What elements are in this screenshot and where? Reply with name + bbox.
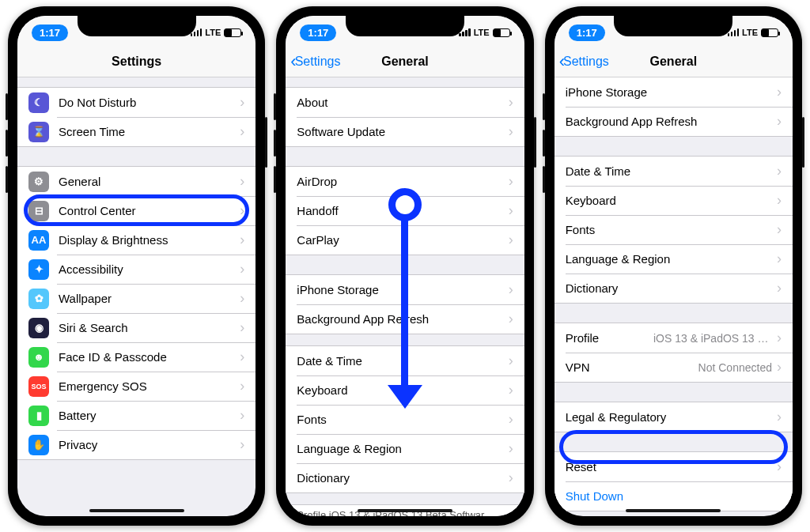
chevron-right-icon: › xyxy=(777,359,782,375)
nav-bar: ‹ Settings General xyxy=(286,46,524,77)
settings-group: ⚙General›⊟Control Center›AADisplay & Bri… xyxy=(17,166,255,460)
battery-icon xyxy=(493,28,510,37)
row-label: Date & Time xyxy=(566,164,777,178)
row-face-id-passcode[interactable]: ☻Face ID & Passcode› xyxy=(17,342,255,372)
row-label: General xyxy=(59,175,240,188)
emergency-sos-icon: SOS xyxy=(28,376,49,397)
row-battery[interactable]: ▮Battery› xyxy=(17,401,255,430)
row-label: Face ID & Passcode xyxy=(59,350,240,364)
general-list[interactable]: iPhone Storage›Background App Refresh› D… xyxy=(555,77,793,516)
row-background-app-refresh[interactable]: Background App Refresh› xyxy=(555,107,793,136)
privacy-icon: ✋ xyxy=(28,435,49,455)
row-language-region[interactable]: Language & Region› xyxy=(555,244,793,274)
row-siri-search[interactable]: ◉Siri & Search› xyxy=(17,313,255,342)
row-label: Date & Time xyxy=(297,354,508,368)
row-background-app-refresh[interactable]: Background App Refresh› xyxy=(286,304,524,334)
back-label: Settings xyxy=(295,55,341,69)
row-label: Background App Refresh xyxy=(297,312,508,326)
chevron-right-icon: › xyxy=(240,349,244,365)
row-fonts[interactable]: Fonts› xyxy=(555,215,793,244)
chevron-right-icon: › xyxy=(240,261,244,277)
home-indicator[interactable] xyxy=(89,509,184,512)
general-list[interactable]: About›Software Update› AirDrop›Handoff›C… xyxy=(286,77,524,516)
row-date-time[interactable]: Date & Time› xyxy=(555,157,793,186)
row-screen-time[interactable]: ⌛ Screen Time › xyxy=(17,117,255,146)
status-indicators: LTE xyxy=(728,28,778,37)
page-title: General xyxy=(381,55,429,69)
wallpaper-icon: ✿ xyxy=(28,289,49,309)
row-profile[interactable]: ProfileiOS 13 & iPadOS 13 Beta Softwar..… xyxy=(555,323,793,353)
chevron-right-icon: › xyxy=(509,311,513,327)
list-group: Date & Time›Keyboard›Fonts›Language & Re… xyxy=(286,345,524,493)
home-indicator[interactable] xyxy=(358,509,452,512)
row-software-update[interactable]: Software Update› xyxy=(286,117,524,146)
row-label: iPhone Storage xyxy=(566,85,777,99)
chevron-right-icon: › xyxy=(777,192,782,209)
row-label: Profile xyxy=(566,331,653,345)
back-label: Settings xyxy=(563,55,609,69)
row-date-time[interactable]: Date & Time› xyxy=(286,346,524,375)
carrier-label: LTE xyxy=(742,28,758,37)
row-label: CarPlay xyxy=(297,233,508,247)
back-button[interactable]: ‹ Settings xyxy=(290,46,340,77)
row-emergency-sos[interactable]: SOSEmergency SOS› xyxy=(17,372,255,401)
row-display-brightness[interactable]: AADisplay & Brightness› xyxy=(17,225,255,255)
row-shut-down[interactable]: Shut Down xyxy=(555,481,793,511)
row-label: Language & Region xyxy=(566,252,777,266)
row-about[interactable]: About› xyxy=(286,88,524,117)
settings-group: ☾ Do Not Disturb › ⌛ Screen Time › xyxy=(17,87,255,147)
row-do-not-disturb[interactable]: ☾ Do Not Disturb › xyxy=(17,88,255,117)
row-control-center[interactable]: ⊟Control Center› xyxy=(17,196,255,225)
row-reset[interactable]: Reset› xyxy=(555,452,793,481)
row-iphone-storage[interactable]: iPhone Storage› xyxy=(555,77,793,107)
list-group: iPhone Storage›Background App Refresh› xyxy=(286,274,524,334)
chevron-right-icon: › xyxy=(777,163,782,179)
chevron-right-icon: › xyxy=(509,281,513,298)
row-label: Language & Region xyxy=(297,442,508,455)
chevron-right-icon: › xyxy=(240,173,244,190)
chevron-right-icon: › xyxy=(240,232,244,248)
accessibility-icon: ✦ xyxy=(28,259,49,280)
row-wallpaper[interactable]: ✿Wallpaper› xyxy=(17,284,255,313)
row-fonts[interactable]: Fonts› xyxy=(286,405,524,434)
back-button[interactable]: ‹ Settings xyxy=(559,46,609,77)
row-accessibility[interactable]: ✦Accessibility› xyxy=(17,255,255,284)
row-label: Handoff xyxy=(297,204,508,217)
row-label: Siri & Search xyxy=(59,321,240,334)
moon-icon: ☾ xyxy=(28,92,49,113)
page-title: General xyxy=(650,55,698,69)
row-language-region[interactable]: Language & Region› xyxy=(286,434,524,463)
row-iphone-storage[interactable]: iPhone Storage› xyxy=(286,275,524,304)
phone-settings: 1:17 LTE Settings ☾ Do Not Disturb › ⌛ S… xyxy=(8,6,265,526)
row-label: Do Not Disturb xyxy=(59,96,240,109)
row-general[interactable]: ⚙General› xyxy=(17,167,255,196)
row-handoff[interactable]: Handoff› xyxy=(286,196,524,225)
chevron-right-icon: › xyxy=(240,94,244,111)
chevron-right-icon: › xyxy=(509,440,513,457)
row-label: Keyboard xyxy=(297,383,508,397)
row-carplay[interactable]: CarPlay› xyxy=(286,225,524,255)
row-label: Fonts xyxy=(566,223,777,236)
row-label: Fonts xyxy=(297,413,508,426)
chevron-right-icon: › xyxy=(240,319,244,336)
row-label: Legal & Regulatory xyxy=(566,410,777,424)
row-keyboard[interactable]: Keyboard› xyxy=(286,375,524,405)
row-keyboard[interactable]: Keyboard› xyxy=(555,186,793,215)
battery-icon: ▮ xyxy=(28,406,49,426)
row-legal-regulatory[interactable]: Legal & Regulatory› xyxy=(555,402,793,432)
status-time: 1:17 xyxy=(300,25,336,41)
chevron-right-icon: › xyxy=(777,251,782,267)
phone-general-top: 1:17 LTE ‹ Settings General About›Softwa… xyxy=(276,6,533,526)
row-dictionary[interactable]: Dictionary› xyxy=(286,463,524,492)
settings-list[interactable]: ☾ Do Not Disturb › ⌛ Screen Time › ⚙Gene… xyxy=(17,77,255,516)
row-vpn[interactable]: VPNNot Connected› xyxy=(555,353,793,382)
carrier-label: LTE xyxy=(205,28,221,37)
row-label: Shut Down xyxy=(566,489,782,503)
page-title: Settings xyxy=(112,55,161,69)
row-label: About xyxy=(297,96,508,109)
row-privacy[interactable]: ✋Privacy› xyxy=(17,430,255,459)
row-airdrop[interactable]: AirDrop› xyxy=(286,167,524,196)
row-dictionary[interactable]: Dictionary› xyxy=(555,274,793,303)
nav-bar: Settings xyxy=(17,46,255,77)
home-indicator[interactable] xyxy=(626,509,721,512)
